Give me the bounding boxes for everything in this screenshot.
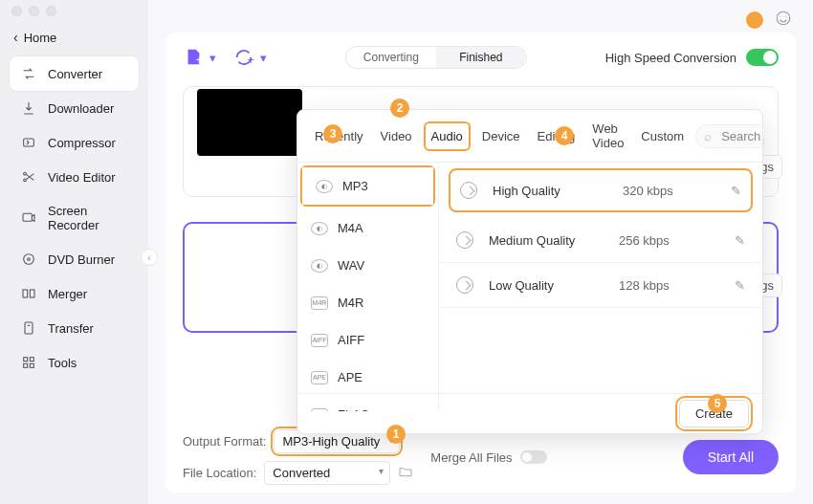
- format-mp3[interactable]: ◐MP3: [302, 167, 433, 205]
- status-segments: Converting Finished: [345, 46, 527, 69]
- tab-web-video[interactable]: Web Video: [586, 116, 629, 156]
- callout-5: 5: [708, 394, 727, 413]
- caret-down-icon: ▾: [209, 51, 216, 65]
- svg-rect-12: [30, 363, 33, 367]
- svg-point-5: [28, 258, 31, 261]
- sidebar-item-compressor[interactable]: Compressor: [10, 125, 139, 160]
- tab-video[interactable]: Video: [375, 123, 418, 149]
- sidebar-item-dvd-burner[interactable]: DVD Burner: [10, 242, 139, 276]
- add-media-button[interactable]: + ▾: [233, 47, 267, 68]
- record-icon: [21, 210, 36, 226]
- edit-icon[interactable]: ✎: [735, 278, 745, 293]
- grid-icon: [21, 355, 36, 370]
- search-icon: ⌕: [704, 129, 712, 143]
- format-wav[interactable]: ◐WAV: [297, 247, 438, 284]
- add-file-button[interactable]: + ▾: [183, 47, 216, 68]
- scissors-icon: [21, 169, 36, 185]
- disc-icon: ◐: [311, 222, 328, 235]
- compress-icon: [21, 135, 36, 150]
- disc-icon: [456, 231, 473, 249]
- seg-converting[interactable]: Converting: [346, 47, 436, 68]
- svg-point-13: [777, 11, 790, 25]
- svg-rect-3: [23, 213, 32, 221]
- sidebar-item-tools[interactable]: Tools: [10, 345, 139, 380]
- support-icon[interactable]: [775, 10, 792, 30]
- transfer-icon: [21, 320, 36, 336]
- svg-point-1: [24, 172, 27, 175]
- format-picker-dialog: Recently Video Audio Device Editing Web …: [297, 109, 763, 434]
- format-m4r[interactable]: M4RM4R: [297, 284, 438, 321]
- format-m4a[interactable]: ◐M4A: [297, 209, 438, 247]
- disc-icon: [456, 276, 473, 294]
- svg-rect-9: [24, 358, 28, 362]
- merge-icon: [21, 286, 36, 301]
- avatar[interactable]: [746, 11, 763, 29]
- svg-text:+: +: [196, 54, 203, 67]
- format-list: ◐MP3 ◐M4A ◐WAV M4RM4R AIFFAIFF APEAPE FL…: [297, 163, 439, 411]
- caret-down-icon: ▾: [260, 51, 267, 65]
- sidebar-item-video-editor[interactable]: Video Editor: [10, 160, 139, 194]
- download-icon: [21, 100, 36, 116]
- file-icon: AIFF: [311, 334, 328, 347]
- svg-rect-10: [30, 358, 33, 362]
- tab-custom[interactable]: Custom: [635, 123, 690, 149]
- svg-point-2: [24, 179, 27, 182]
- svg-text:+: +: [248, 54, 254, 67]
- edit-icon[interactable]: ✎: [731, 184, 741, 198]
- main: + ▾ + ▾ Converting Finished High Speed C…: [148, 0, 813, 504]
- file-icon: APE: [311, 371, 328, 384]
- sidebar-list: Converter Downloader Compressor Video Ed…: [0, 56, 148, 380]
- sidebar-item-downloader[interactable]: Downloader: [10, 91, 139, 125]
- thumbnail[interactable]: [197, 89, 302, 156]
- high-speed-toggle[interactable]: High Speed Conversion: [605, 49, 779, 66]
- quality-low[interactable]: Low Quality 128 kbps ✎: [439, 263, 762, 308]
- sidebar: ‹ Home Converter Downloader Compressor V…: [0, 0, 148, 504]
- disc-icon: ◐: [316, 180, 333, 193]
- file-plus-icon: +: [183, 47, 204, 68]
- svg-rect-7: [30, 290, 34, 297]
- sidebar-item-transfer[interactable]: Transfer: [10, 311, 139, 345]
- disc-icon: [21, 252, 36, 267]
- svg-point-4: [24, 254, 34, 265]
- disc-icon: [460, 182, 477, 199]
- quality-high[interactable]: High Quality 320 kbps ✎: [449, 168, 753, 212]
- quality-list: High Quality 320 kbps ✎ Medium Quality 2…: [439, 163, 762, 411]
- sidebar-item-merger[interactable]: Merger: [10, 276, 139, 311]
- topright-icons: [746, 10, 792, 30]
- sync-plus-icon: +: [233, 47, 254, 68]
- format-ape[interactable]: APEAPE: [297, 359, 438, 396]
- home-button[interactable]: ‹ Home: [0, 22, 148, 56]
- dialog-footer: Create: [297, 393, 762, 433]
- callout-2: 2: [390, 99, 409, 118]
- switch-icon[interactable]: [746, 49, 779, 66]
- switch-icon[interactable]: [520, 450, 547, 464]
- edit-icon[interactable]: ✎: [735, 233, 745, 248]
- svg-rect-11: [24, 363, 28, 367]
- merge-toggle[interactable]: Merge All Files: [430, 450, 546, 465]
- callout-1: 1: [386, 425, 406, 444]
- home-label: Home: [24, 31, 57, 45]
- wave-icon: ◐: [311, 259, 328, 273]
- search-input[interactable]: ⌕ Search: [695, 124, 763, 148]
- quality-medium[interactable]: Medium Quality 256 kbps ✎: [439, 218, 762, 263]
- start-all-button[interactable]: Start All: [683, 440, 779, 474]
- seg-finished[interactable]: Finished: [436, 47, 526, 68]
- toolbar: + ▾ + ▾ Converting Finished High Speed C…: [183, 46, 779, 69]
- file-location-dropdown[interactable]: Converted: [264, 461, 390, 485]
- svg-rect-8: [25, 322, 33, 334]
- tab-device[interactable]: Device: [476, 123, 526, 149]
- converter-icon: [21, 66, 36, 81]
- bottom-bar: Output Format: MP3-High Quality File Loc…: [183, 429, 779, 485]
- sidebar-item-converter[interactable]: Converter: [10, 56, 139, 91]
- file-icon: M4R: [311, 296, 328, 310]
- dialog-tabs: Recently Video Audio Device Editing Web …: [297, 110, 762, 163]
- callout-3: 3: [323, 124, 342, 143]
- chevron-left-icon: ‹: [13, 30, 18, 45]
- folder-open-icon[interactable]: [398, 464, 413, 482]
- callout-4: 4: [555, 126, 574, 145]
- svg-rect-6: [23, 290, 28, 297]
- tab-audio[interactable]: Audio: [424, 121, 471, 151]
- format-aiff[interactable]: AIFFAIFF: [297, 321, 438, 359]
- sidebar-item-screen-recorder[interactable]: Screen Recorder: [10, 194, 139, 242]
- collapse-sidebar-button[interactable]: ‹: [141, 249, 158, 266]
